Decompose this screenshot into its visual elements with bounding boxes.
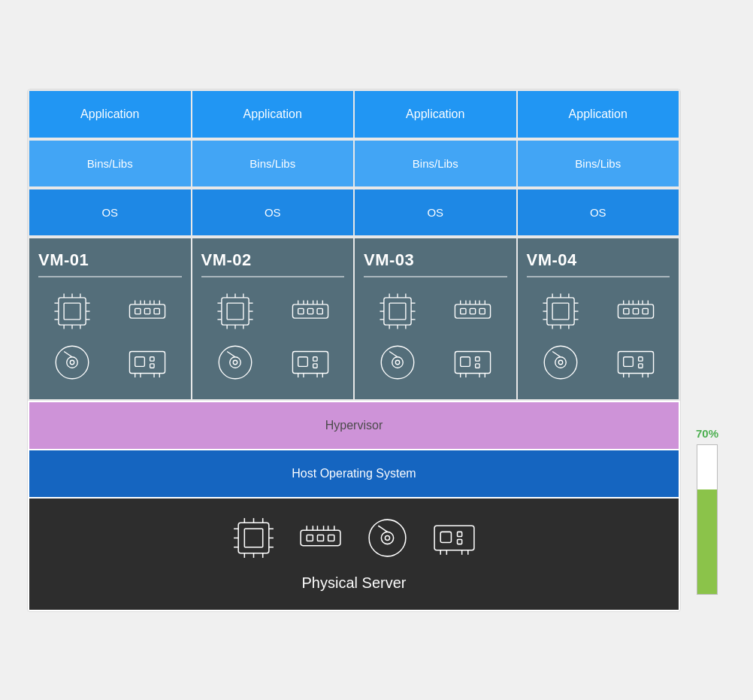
svg-line-135: [552, 351, 561, 356]
app-cell-1: Application: [29, 91, 191, 138]
svg-point-168: [369, 520, 406, 556]
application-row: Application Application Application Appl…: [28, 89, 680, 139]
vm-box-4: VM-04: [518, 238, 679, 399]
svg-line-171: [378, 526, 387, 532]
svg-rect-37: [227, 303, 243, 320]
memory-icon-2: [277, 289, 344, 333]
svg-rect-161: [328, 535, 334, 541]
os-cell-1: OS: [29, 189, 191, 235]
svg-point-62: [233, 360, 237, 364]
physical-cpu-icon: [229, 514, 278, 565]
bins-cell-2: Bins/Libs: [192, 141, 354, 186]
vm-box-2: VM-02: [192, 238, 354, 399]
svg-line-63: [227, 351, 235, 356]
svg-rect-138: [639, 356, 643, 360]
os-row: OS OS OS OS: [28, 188, 680, 237]
svg-rect-0: [59, 297, 86, 324]
svg-point-134: [558, 360, 562, 364]
physical-server-title: Physical Server: [302, 574, 407, 592]
gpu-icon-2: [277, 341, 344, 384]
svg-point-96: [381, 346, 414, 379]
physical-icons-row: [229, 514, 479, 565]
physical-gpu-icon: [430, 514, 479, 565]
vm-box-1: VM-01: [29, 238, 191, 399]
vm-title-3: VM-03: [364, 250, 507, 270]
svg-point-25: [67, 356, 78, 368]
svg-rect-53: [317, 308, 322, 314]
memory-icon-3: [439, 289, 507, 333]
bins-cell-3: Bins/Libs: [355, 141, 516, 186]
progress-bar-inner: [697, 489, 717, 594]
svg-point-133: [555, 356, 566, 368]
app-cell-2: Application: [192, 91, 354, 138]
gpu-icon-3: [439, 341, 507, 384]
svg-rect-101: [461, 356, 470, 366]
svg-rect-123: [624, 308, 629, 314]
memory-icon-1: [113, 289, 181, 333]
svg-rect-88: [470, 308, 476, 314]
cpu-icon-4: [527, 289, 594, 333]
svg-rect-72: [384, 297, 411, 324]
physical-disk-icon: [363, 514, 412, 565]
svg-rect-73: [389, 303, 406, 320]
svg-rect-175: [458, 539, 462, 544]
vm-icons-3: [364, 289, 507, 384]
svg-rect-159: [307, 535, 313, 541]
bins-cell-4: Bins/Libs: [518, 141, 679, 186]
svg-rect-144: [238, 523, 269, 553]
svg-rect-102: [476, 356, 479, 360]
svg-rect-173: [440, 532, 451, 542]
svg-rect-15: [135, 308, 141, 314]
svg-rect-103: [476, 363, 479, 367]
svg-rect-36: [222, 297, 249, 324]
os-cell-2: OS: [192, 189, 354, 235]
vm-title-4: VM-04: [527, 250, 670, 270]
svg-rect-1: [64, 303, 80, 320]
svg-rect-137: [624, 356, 634, 366]
svg-point-61: [229, 356, 240, 368]
vm-box-3: VM-03: [355, 238, 516, 399]
os-cell-3: OS: [355, 189, 516, 235]
svg-point-24: [56, 346, 89, 379]
svg-line-27: [64, 351, 72, 356]
main-container: Application Application Application Appl…: [27, 89, 726, 612]
svg-rect-108: [547, 297, 574, 324]
physical-memory-icon: [296, 514, 345, 565]
os-cell-4: OS: [518, 189, 679, 235]
vm-section: VM-01: [28, 237, 680, 401]
memory-icon-4: [602, 289, 670, 333]
disk-icon-1: [38, 341, 106, 384]
bins-row: Bins/Libs Bins/Libs Bins/Libs Bins/Libs: [28, 139, 680, 188]
svg-rect-125: [643, 308, 648, 314]
svg-rect-87: [461, 308, 466, 314]
svg-point-97: [392, 356, 404, 368]
svg-rect-145: [244, 529, 262, 547]
vm-icons-4: [527, 289, 670, 384]
svg-point-98: [395, 360, 399, 364]
svg-rect-31: [150, 363, 154, 367]
svg-rect-89: [479, 308, 485, 314]
vm-title-2: VM-02: [201, 250, 345, 270]
svg-rect-124: [633, 308, 638, 314]
svg-rect-67: [313, 363, 317, 367]
svg-line-99: [389, 351, 398, 356]
app-cell-4: Application: [518, 91, 679, 138]
architecture-diagram: Application Application Application Appl…: [27, 89, 681, 612]
svg-point-132: [544, 346, 577, 379]
cpu-icon-3: [364, 289, 431, 333]
hypervisor-row: Hypervisor: [29, 402, 679, 449]
vm-title-1: VM-01: [38, 250, 182, 270]
svg-rect-17: [154, 308, 159, 314]
svg-rect-65: [298, 356, 308, 366]
bins-cell-1: Bins/Libs: [29, 141, 191, 186]
gpu-icon-4: [602, 341, 670, 384]
svg-point-60: [219, 346, 252, 379]
progress-bar-outer: [697, 444, 718, 595]
disk-icon-4: [527, 341, 594, 384]
disk-icon-2: [201, 341, 269, 384]
svg-rect-52: [307, 308, 313, 314]
physical-server-section: Physical Server: [29, 498, 679, 610]
svg-rect-16: [145, 308, 150, 314]
svg-rect-174: [458, 532, 462, 536]
vm-icons-1: [38, 289, 182, 384]
